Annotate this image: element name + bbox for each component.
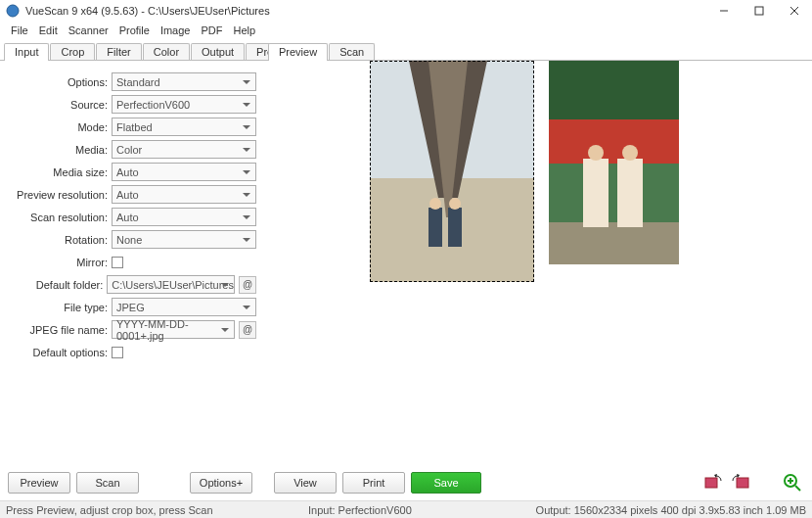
options-button[interactable]: Options+ xyxy=(190,472,252,494)
scan-button[interactable]: Scan xyxy=(76,472,139,494)
svg-point-11 xyxy=(429,198,441,210)
preview-res-select[interactable]: Auto xyxy=(112,185,256,204)
menu-pdf[interactable]: PDF xyxy=(196,24,227,36)
tab-preview[interactable]: Preview xyxy=(268,43,328,61)
mode-label: Mode: xyxy=(8,121,112,133)
app-icon xyxy=(6,4,20,18)
svg-rect-10 xyxy=(448,208,462,247)
rotate-right-icon[interactable] xyxy=(730,472,753,494)
rotation-label: Rotation: xyxy=(8,234,112,246)
rotation-select[interactable]: None xyxy=(112,230,256,249)
svg-point-12 xyxy=(449,198,461,210)
tab-color[interactable]: Color xyxy=(143,43,190,61)
menu-profile[interactable]: Profile xyxy=(114,24,155,36)
preview-page xyxy=(370,61,712,443)
jpeg-name-label: JPEG file name: xyxy=(8,324,112,336)
preview-image-1[interactable] xyxy=(370,61,534,282)
tab-filter[interactable]: Filter xyxy=(96,43,141,61)
menu-scanner[interactable]: Scanner xyxy=(64,24,113,36)
svg-line-26 xyxy=(795,486,800,491)
default-options-checkbox[interactable] xyxy=(112,347,123,358)
mirror-checkbox[interactable] xyxy=(112,257,123,268)
tab-input[interactable]: Input xyxy=(4,43,49,61)
default-folder-gear-icon[interactable]: @ xyxy=(239,276,256,294)
left-tabs: Input Crop Filter Color Output Prefs xyxy=(4,41,264,61)
svg-marker-8 xyxy=(429,61,468,217)
options-select[interactable]: Standard xyxy=(112,72,256,91)
mirror-label: Mirror: xyxy=(8,257,112,268)
preview-image-2[interactable] xyxy=(549,61,679,264)
view-button[interactable]: View xyxy=(274,472,337,494)
preview-res-label: Preview resolution: xyxy=(8,189,112,201)
default-folder-label: Default folder: xyxy=(8,279,107,291)
default-options-label: Default options: xyxy=(8,347,112,358)
close-button[interactable] xyxy=(777,0,812,22)
right-tabs: Preview Scan xyxy=(268,41,812,61)
statusbar: Press Preview, adjust crop box, press Sc… xyxy=(0,500,812,518)
svg-point-19 xyxy=(588,145,604,161)
svg-rect-2 xyxy=(755,7,763,15)
source-label: Source: xyxy=(8,99,112,111)
bottom-toolbar: Preview Scan Options+ View Print Save xyxy=(0,465,812,500)
svg-point-20 xyxy=(622,145,638,161)
menubar: File Edit Scanner Profile Image PDF Help xyxy=(0,22,812,39)
media-label: Media: xyxy=(8,144,112,156)
window-title: VueScan 9 x64 (9.5.63) - C:\Users\JEUser… xyxy=(25,5,706,17)
menu-help[interactable]: Help xyxy=(228,24,260,36)
status-mid: Input: PerfectionV600 xyxy=(308,504,504,516)
svg-rect-14 xyxy=(549,119,679,164)
file-type-label: File type: xyxy=(8,302,112,313)
preview-button[interactable]: Preview xyxy=(8,472,70,494)
mode-select[interactable]: Flatbed xyxy=(112,118,256,136)
rotate-left-icon[interactable] xyxy=(700,472,724,494)
menu-image[interactable]: Image xyxy=(156,24,196,36)
svg-rect-21 xyxy=(705,478,717,488)
jpeg-name-input[interactable]: YYYY-MM-DD-0001+.jpg xyxy=(112,320,235,339)
menu-file[interactable]: File xyxy=(6,24,33,36)
minimize-button[interactable] xyxy=(706,0,742,22)
svg-rect-17 xyxy=(583,159,609,227)
status-right: Output: 1560x2334 pixels 400 dpi 3.9x5.8… xyxy=(504,504,806,516)
tab-scan[interactable]: Scan xyxy=(329,43,375,61)
tab-crop[interactable]: Crop xyxy=(50,43,95,61)
media-size-select[interactable]: Auto xyxy=(112,163,256,181)
svg-rect-5 xyxy=(370,61,534,178)
svg-rect-16 xyxy=(549,222,679,264)
scan-res-label: Scan resolution: xyxy=(8,212,112,223)
media-select[interactable]: Color xyxy=(112,140,256,159)
source-select[interactable]: PerfectionV600 xyxy=(112,95,256,114)
input-panel: Options:Standard Source:PerfectionV600 M… xyxy=(0,60,264,465)
menu-edit[interactable]: Edit xyxy=(34,24,63,36)
status-left: Press Preview, adjust crop box, press Sc… xyxy=(6,504,308,516)
svg-rect-6 xyxy=(370,178,534,282)
svg-marker-7 xyxy=(409,61,487,198)
svg-point-0 xyxy=(7,5,19,17)
file-type-select[interactable]: JPEG xyxy=(112,298,256,316)
media-size-label: Media size: xyxy=(8,166,112,178)
default-folder-select[interactable]: C:\Users\JEUser\Pictures xyxy=(107,275,235,294)
zoom-icon[interactable] xyxy=(781,472,804,494)
save-button[interactable]: Save xyxy=(411,472,481,494)
svg-rect-23 xyxy=(737,478,748,488)
scan-res-select[interactable]: Auto xyxy=(112,208,256,226)
svg-rect-18 xyxy=(617,159,643,227)
preview-panel xyxy=(264,60,812,465)
options-label: Options: xyxy=(8,76,112,88)
maximize-button[interactable] xyxy=(742,0,777,22)
svg-rect-15 xyxy=(549,164,679,222)
titlebar: VueScan 9 x64 (9.5.63) - C:\Users\JEUser… xyxy=(0,0,812,22)
print-button[interactable]: Print xyxy=(342,472,405,494)
svg-rect-13 xyxy=(549,61,679,119)
svg-rect-9 xyxy=(429,208,442,247)
jpeg-name-gear-icon[interactable]: @ xyxy=(239,321,256,339)
tab-output[interactable]: Output xyxy=(191,43,245,61)
